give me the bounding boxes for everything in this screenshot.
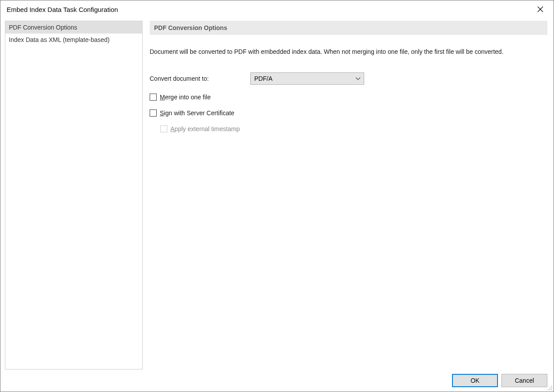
svg-point-5 — [548, 389, 549, 390]
svg-point-6 — [550, 389, 550, 390]
dialog-body: PDF Conversion Options Index Data as XML… — [0, 18, 554, 392]
merge-row: Merge into one file — [150, 94, 547, 101]
convert-label: Convert document to: — [150, 75, 250, 82]
cancel-button-label: Cancel — [515, 377, 534, 384]
content-panel: PDF Conversion Options Document will be … — [143, 21, 549, 369]
svg-point-4 — [551, 388, 552, 388]
ok-button-label: OK — [471, 377, 479, 384]
sidebar-item-label: PDF Conversion Options — [9, 24, 77, 31]
convert-select-value: PDF/A — [250, 72, 364, 85]
convert-row: Convert document to: PDF/A — [150, 72, 547, 85]
sidebar: PDF Conversion Options Index Data as XML… — [5, 21, 143, 369]
svg-point-2 — [551, 386, 552, 387]
timestamp-checkbox — [160, 125, 167, 132]
sign-checkbox[interactable] — [150, 109, 157, 117]
dialog-window: Embed Index Data Task Configuration PDF … — [0, 0, 554, 392]
resize-grip[interactable] — [546, 384, 553, 391]
titlebar: Embed Index Data Task Configuration — [0, 0, 554, 18]
section-description: Document will be converted to PDF with e… — [150, 47, 512, 57]
section-header: PDF Conversion Options — [150, 21, 547, 35]
sign-row: Sign with Server Certificate — [150, 109, 547, 117]
timestamp-row: Apply external timestamp — [160, 125, 547, 132]
convert-select[interactable]: PDF/A — [250, 72, 364, 85]
timestamp-label: Apply external timestamp — [170, 125, 240, 132]
sign-label: Sign with Server Certificate — [160, 109, 234, 117]
merge-label: Merge into one file — [160, 94, 211, 101]
svg-point-3 — [550, 388, 550, 388]
cancel-button[interactable]: Cancel — [501, 374, 547, 387]
window-title: Embed Index Data Task Configuration — [7, 6, 118, 13]
sidebar-item-pdf-conversion[interactable]: PDF Conversion Options — [5, 21, 142, 34]
sidebar-item-label: Index Data as XML (template-based) — [9, 36, 109, 43]
close-button[interactable] — [533, 2, 547, 16]
close-icon — [537, 6, 543, 12]
ok-button[interactable]: OK — [452, 374, 498, 387]
merge-checkbox[interactable] — [150, 94, 157, 101]
svg-point-7 — [551, 389, 552, 390]
sidebar-item-index-xml[interactable]: Index Data as XML (template-based) — [5, 34, 142, 46]
footer-buttons: OK Cancel — [452, 374, 547, 387]
